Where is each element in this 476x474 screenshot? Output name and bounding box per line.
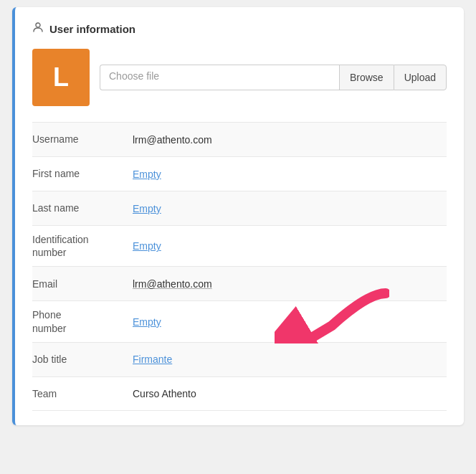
- field-label: First name: [32, 160, 133, 187]
- table-row: Job titleFirmante: [32, 342, 447, 376]
- table-row: First nameEmpty: [32, 156, 447, 191]
- fields-container: Usernamelrm@athento.comFirst nameEmptyLa…: [32, 122, 447, 411]
- table-row: Usernamelrm@athento.com: [32, 122, 447, 156]
- field-value[interactable]: Empty: [133, 309, 447, 335]
- browse-button[interactable]: Browse: [339, 65, 394, 90]
- field-value: Curso Athento: [133, 381, 447, 407]
- field-value[interactable]: Empty: [133, 196, 447, 222]
- field-label: Last name: [32, 194, 133, 222]
- field-label: Phone number: [32, 301, 133, 341]
- field-label: Username: [32, 125, 133, 153]
- field-value[interactable]: Empty: [133, 161, 447, 187]
- section-header: User information: [32, 22, 447, 36]
- user-information-card: User information L Choose file Browse Up…: [12, 7, 464, 425]
- table-row: Last nameEmpty: [32, 191, 447, 225]
- file-input-placeholder: Choose file: [100, 65, 339, 90]
- upload-button[interactable]: Upload: [394, 65, 447, 90]
- file-upload-area: Choose file Browse Upload: [100, 65, 447, 90]
- field-label: Email: [32, 270, 133, 298]
- field-value[interactable]: lrm@athento.com: [133, 271, 447, 297]
- field-value[interactable]: Firmante: [133, 346, 447, 372]
- field-label: Identification number: [32, 226, 133, 266]
- avatar-upload-row: L Choose file Browse Upload: [32, 49, 447, 106]
- table-row: Identification numberEmpty: [32, 225, 447, 266]
- field-value[interactable]: Empty: [133, 233, 447, 259]
- field-value: lrm@athento.com: [133, 127, 447, 153]
- section-title: User information: [49, 23, 135, 35]
- table-row: TeamCurso Athento: [32, 376, 447, 411]
- avatar: L: [32, 49, 90, 106]
- field-label: Team: [32, 380, 133, 407]
- fields-list: Usernamelrm@athento.comFirst nameEmptyLa…: [32, 122, 447, 411]
- table-row: Phone numberEmpty: [32, 300, 447, 341]
- table-row: Emaillrm@athento.com: [32, 266, 447, 300]
- user-icon: [32, 22, 44, 36]
- avatar-letter: L: [53, 62, 69, 93]
- field-label: Job title: [32, 346, 133, 373]
- svg-point-0: [36, 23, 40, 27]
